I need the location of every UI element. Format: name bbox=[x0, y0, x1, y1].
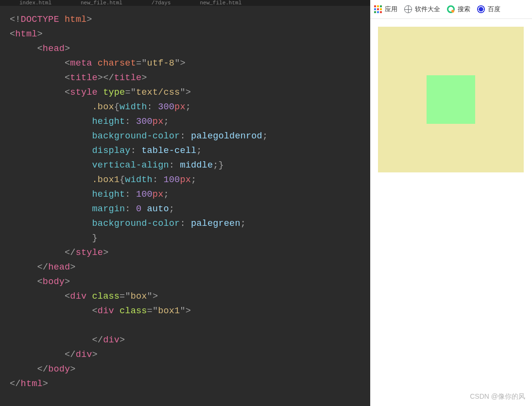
editor-tab[interactable]: new_file.html bbox=[81, 0, 122, 6]
inner-box bbox=[427, 75, 475, 124]
app-root: index.html new_file.html /7days new_file… bbox=[0, 0, 532, 406]
editor-tab[interactable]: /7days bbox=[152, 0, 171, 6]
code-area[interactable]: <!DOCTYPE html><html> <head> <meta chars… bbox=[0, 6, 370, 398]
globe-icon bbox=[404, 5, 412, 13]
watermark-text: CSDN @像你的风 bbox=[470, 392, 525, 401]
baidu-icon bbox=[477, 5, 485, 13]
bookmark-label: 软件大全 bbox=[415, 5, 440, 14]
code-editor-pane: index.html new_file.html /7days new_file… bbox=[0, 0, 370, 406]
bookmark-label: 搜索 bbox=[458, 5, 470, 14]
bookmarks-bar: 应用 软件大全 搜索 百度 bbox=[370, 0, 532, 19]
editor-tab[interactable]: index.html bbox=[19, 0, 51, 6]
outer-box bbox=[378, 27, 524, 172]
rendered-page bbox=[370, 19, 532, 406]
apps-grid-icon bbox=[374, 5, 382, 13]
editor-tab[interactable]: new_file.html bbox=[200, 0, 241, 6]
search-ring-icon bbox=[447, 5, 455, 13]
bookmark-label: 应用 bbox=[385, 5, 397, 14]
bookmark-search[interactable]: 搜索 bbox=[447, 5, 470, 14]
bookmark-software[interactable]: 软件大全 bbox=[404, 5, 440, 14]
browser-preview-pane: 应用 软件大全 搜索 百度 bbox=[370, 0, 532, 406]
bookmark-label: 百度 bbox=[488, 5, 500, 14]
bookmark-apps[interactable]: 应用 bbox=[374, 5, 397, 14]
editor-tabstrip: index.html new_file.html /7days new_file… bbox=[0, 0, 370, 6]
bookmark-baidu[interactable]: 百度 bbox=[477, 5, 500, 14]
